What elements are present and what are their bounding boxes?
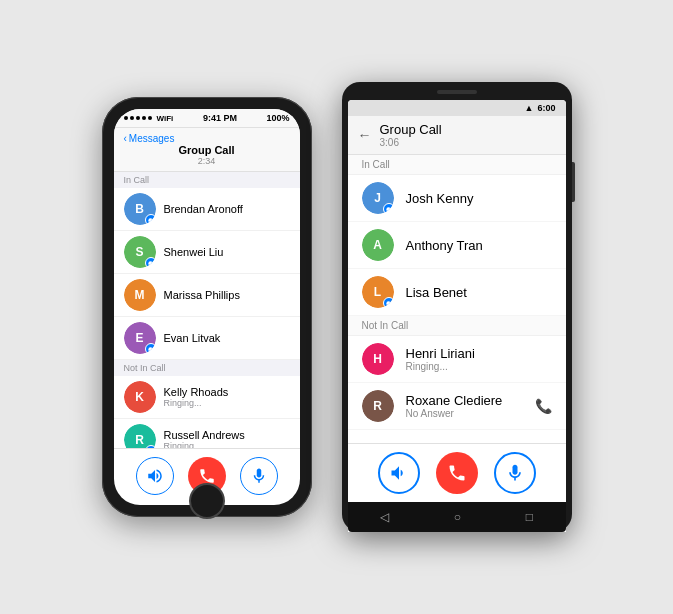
audio-badge <box>145 343 156 354</box>
android-nav-title: Group Call <box>380 122 442 137</box>
contact-name: Russell Andrews <box>164 429 245 441</box>
iphone-battery: 100% <box>266 113 289 123</box>
audio-badge <box>383 297 394 308</box>
android-status-bar: ▲ 6:00 <box>348 100 566 116</box>
android-back-button[interactable]: ← <box>358 127 372 143</box>
contact-info: Henri Liriani Ringing... <box>406 346 552 372</box>
iphone-signal: WiFi <box>124 114 174 123</box>
android-back-nav-button[interactable]: ◁ <box>380 510 389 524</box>
contact-name: Henri Liriani <box>406 346 552 361</box>
avatar: K <box>124 381 156 413</box>
phones-container: WiFi 9:41 PM 100% ‹ Messages Group Call … <box>82 62 592 552</box>
list-item[interactable]: A Anthony Tran <box>348 222 566 269</box>
audio-badge <box>145 445 156 448</box>
iphone-home-button[interactable] <box>189 483 225 519</box>
contact-name: Marissa Phillips <box>164 289 240 301</box>
list-item[interactable]: L Lisa Benet <box>348 269 566 316</box>
list-item[interactable]: E Evan Litvak <box>114 317 300 360</box>
android-call-controls <box>348 443 566 502</box>
iphone-back-button[interactable]: ‹ Messages <box>124 133 175 144</box>
contact-name: Brendan Aronoff <box>164 203 243 215</box>
list-item[interactable]: S Shenwei Liu <box>114 231 300 274</box>
svg-point-5 <box>386 301 390 305</box>
svg-point-2 <box>148 347 152 351</box>
list-item[interactable]: R Russell Andrews Ringing... <box>114 419 300 448</box>
iphone-section-in-call: In Call <box>114 172 300 188</box>
iphone-screen: WiFi 9:41 PM 100% ‹ Messages Group Call … <box>114 109 300 505</box>
android-content: In Call J Josh Kenny A <box>348 155 566 443</box>
android-device: ▲ 6:00 ← Group Call 3:06 In Call J <box>342 82 572 532</box>
android-nav-bar: ← Group Call 3:06 <box>348 116 566 155</box>
iphone-device: WiFi 9:41 PM 100% ‹ Messages Group Call … <box>102 97 312 517</box>
svg-point-4 <box>386 207 390 211</box>
contact-name: Evan Litvak <box>164 332 221 344</box>
avatar: L <box>362 276 394 308</box>
android-recents-button[interactable]: □ <box>526 510 533 524</box>
android-section-not-in-call: Not In Call <box>348 316 566 336</box>
avatar: M <box>124 279 156 311</box>
avatar: B <box>124 193 156 225</box>
android-nav-buttons: ◁ ○ □ <box>348 502 566 532</box>
contact-name: Lisa Benet <box>406 285 552 300</box>
contact-status: Ringing... <box>164 441 245 448</box>
iphone-content: In Call B Brendan Aronoff S <box>114 172 300 448</box>
audio-badge <box>145 257 156 268</box>
android-nav-info: Group Call 3:06 <box>380 122 442 148</box>
android-signal-icon: ▲ <box>525 103 534 113</box>
avatar: H <box>362 343 394 375</box>
contact-info: Anthony Tran <box>406 238 552 253</box>
contact-info: Russell Andrews Ringing... <box>164 429 245 448</box>
list-item[interactable]: K Kelly Rhoads Ringing... <box>114 376 300 419</box>
list-item[interactable]: M Marissa Phillips <box>114 274 300 317</box>
android-mute-button[interactable] <box>494 452 536 494</box>
svg-point-0 <box>148 218 152 222</box>
android-end-call-button[interactable] <box>436 452 478 494</box>
audio-badge <box>383 203 394 214</box>
mute-button[interactable] <box>240 457 278 495</box>
phone-icon[interactable]: 📞 <box>535 398 552 414</box>
contact-name: Anthony Tran <box>406 238 552 253</box>
avatar: S <box>124 236 156 268</box>
list-item[interactable]: R Roxane Clediere No Answer 📞 <box>348 383 566 430</box>
contact-info: Kelly Rhoads Ringing... <box>164 386 229 408</box>
avatar: R <box>362 390 394 422</box>
avatar: R <box>124 424 156 448</box>
iphone-section-not-in-call: Not In Call <box>114 360 300 376</box>
android-section-in-call: In Call <box>348 155 566 175</box>
android-home-button[interactable]: ○ <box>454 510 461 524</box>
contact-name: Roxane Clediere <box>406 393 523 408</box>
contact-name: Shenwei Liu <box>164 246 224 258</box>
contact-name: Kelly Rhoads <box>164 386 229 398</box>
avatar: E <box>124 322 156 354</box>
iphone-nav: ‹ Messages Group Call 2:34 <box>114 128 300 172</box>
contact-status: Ringing... <box>406 361 552 372</box>
contact-name: Josh Kenny <box>406 191 552 206</box>
android-nav-subtitle: 3:06 <box>380 137 442 148</box>
contact-info: Lisa Benet <box>406 285 552 300</box>
android-time: 6:00 <box>537 103 555 113</box>
svg-point-1 <box>148 261 152 265</box>
iphone-time: 9:41 PM <box>203 113 237 123</box>
iphone-nav-subtitle: 2:34 <box>198 156 216 166</box>
iphone-status-bar: WiFi 9:41 PM 100% <box>114 109 300 128</box>
contact-status: No Answer <box>406 408 523 419</box>
iphone-nav-title: Group Call <box>178 144 234 156</box>
contact-info: Josh Kenny <box>406 191 552 206</box>
audio-badge <box>145 214 156 225</box>
avatar: J <box>362 182 394 214</box>
android-speaker-button[interactable] <box>378 452 420 494</box>
contact-status: Ringing... <box>164 398 229 408</box>
speaker-button[interactable] <box>136 457 174 495</box>
list-item[interactable]: H Henri Liriani Ringing... <box>348 336 566 383</box>
list-item[interactable]: B Brendan Aronoff <box>114 188 300 231</box>
avatar: A <box>362 229 394 261</box>
android-speaker <box>437 90 477 94</box>
list-item[interactable]: J Josh Kenny <box>348 175 566 222</box>
android-power-button[interactable] <box>572 162 575 202</box>
android-screen: ▲ 6:00 ← Group Call 3:06 In Call J <box>348 100 566 532</box>
contact-info: Roxane Clediere No Answer <box>406 393 523 419</box>
